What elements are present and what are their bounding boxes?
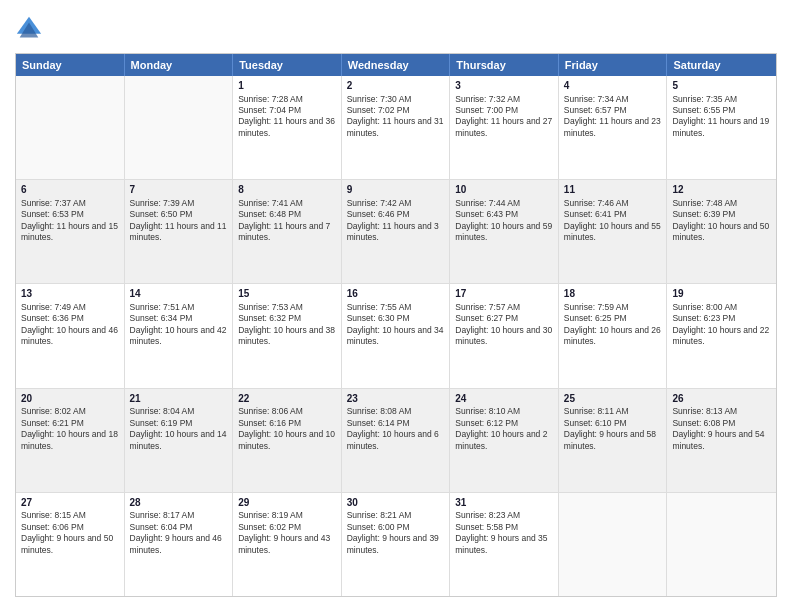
sunset-text: Sunset: 6:21 PM (21, 418, 84, 428)
sunset-text: Sunset: 6:14 PM (347, 418, 410, 428)
daylight-text: Daylight: 9 hours and 46 minutes. (130, 533, 222, 554)
sunset-text: Sunset: 6:08 PM (672, 418, 735, 428)
sunset-text: Sunset: 6:48 PM (238, 209, 301, 219)
day-number: 16 (347, 287, 445, 301)
sunset-text: Sunset: 7:00 PM (455, 105, 518, 115)
calendar-cell: 30Sunrise: 8:21 AMSunset: 6:00 PMDayligh… (342, 493, 451, 596)
sunrise-text: Sunrise: 7:37 AM (21, 198, 86, 208)
header-day-saturday: Saturday (667, 54, 776, 76)
week-row-2: 6Sunrise: 7:37 AMSunset: 6:53 PMDaylight… (16, 180, 776, 284)
calendar-cell: 18Sunrise: 7:59 AMSunset: 6:25 PMDayligh… (559, 284, 668, 387)
day-number: 17 (455, 287, 553, 301)
sunset-text: Sunset: 6:43 PM (455, 209, 518, 219)
sunrise-text: Sunrise: 7:35 AM (672, 94, 737, 104)
day-number: 21 (130, 392, 228, 406)
calendar-cell: 4Sunrise: 7:34 AMSunset: 6:57 PMDaylight… (559, 76, 668, 179)
week-row-5: 27Sunrise: 8:15 AMSunset: 6:06 PMDayligh… (16, 493, 776, 596)
day-number: 19 (672, 287, 771, 301)
sunrise-text: Sunrise: 8:17 AM (130, 510, 195, 520)
sunrise-text: Sunrise: 7:48 AM (672, 198, 737, 208)
daylight-text: Daylight: 10 hours and 46 minutes. (21, 325, 118, 346)
sunset-text: Sunset: 5:58 PM (455, 522, 518, 532)
sunrise-text: Sunrise: 8:00 AM (672, 302, 737, 312)
sunrise-text: Sunrise: 7:28 AM (238, 94, 303, 104)
day-number: 30 (347, 496, 445, 510)
day-number: 22 (238, 392, 336, 406)
calendar-body: 1Sunrise: 7:28 AMSunset: 7:04 PMDaylight… (16, 76, 776, 596)
week-row-3: 13Sunrise: 7:49 AMSunset: 6:36 PMDayligh… (16, 284, 776, 388)
sunrise-text: Sunrise: 7:51 AM (130, 302, 195, 312)
calendar-cell: 2Sunrise: 7:30 AMSunset: 7:02 PMDaylight… (342, 76, 451, 179)
sunset-text: Sunset: 7:04 PM (238, 105, 301, 115)
daylight-text: Daylight: 11 hours and 31 minutes. (347, 116, 444, 137)
day-number: 18 (564, 287, 662, 301)
calendar-cell: 24Sunrise: 8:10 AMSunset: 6:12 PMDayligh… (450, 389, 559, 492)
week-row-4: 20Sunrise: 8:02 AMSunset: 6:21 PMDayligh… (16, 389, 776, 493)
sunset-text: Sunset: 6:41 PM (564, 209, 627, 219)
sunrise-text: Sunrise: 8:19 AM (238, 510, 303, 520)
sunset-text: Sunset: 6:46 PM (347, 209, 410, 219)
day-number: 27 (21, 496, 119, 510)
daylight-text: Daylight: 11 hours and 23 minutes. (564, 116, 661, 137)
calendar-cell (667, 493, 776, 596)
calendar-cell: 1Sunrise: 7:28 AMSunset: 7:04 PMDaylight… (233, 76, 342, 179)
calendar-cell: 12Sunrise: 7:48 AMSunset: 6:39 PMDayligh… (667, 180, 776, 283)
day-number: 10 (455, 183, 553, 197)
day-number: 2 (347, 79, 445, 93)
logo-icon (15, 15, 43, 43)
day-number: 29 (238, 496, 336, 510)
calendar-cell: 31Sunrise: 8:23 AMSunset: 5:58 PMDayligh… (450, 493, 559, 596)
day-number: 9 (347, 183, 445, 197)
daylight-text: Daylight: 10 hours and 42 minutes. (130, 325, 227, 346)
daylight-text: Daylight: 10 hours and 22 minutes. (672, 325, 769, 346)
calendar-cell (16, 76, 125, 179)
sunrise-text: Sunrise: 7:59 AM (564, 302, 629, 312)
sunrise-text: Sunrise: 8:04 AM (130, 406, 195, 416)
header (15, 15, 777, 43)
sunrise-text: Sunrise: 7:39 AM (130, 198, 195, 208)
calendar-cell: 7Sunrise: 7:39 AMSunset: 6:50 PMDaylight… (125, 180, 234, 283)
daylight-text: Daylight: 10 hours and 59 minutes. (455, 221, 552, 242)
calendar-cell: 13Sunrise: 7:49 AMSunset: 6:36 PMDayligh… (16, 284, 125, 387)
sunrise-text: Sunrise: 7:49 AM (21, 302, 86, 312)
daylight-text: Daylight: 11 hours and 15 minutes. (21, 221, 118, 242)
sunset-text: Sunset: 6:23 PM (672, 313, 735, 323)
calendar-cell: 28Sunrise: 8:17 AMSunset: 6:04 PMDayligh… (125, 493, 234, 596)
calendar-cell: 6Sunrise: 7:37 AMSunset: 6:53 PMDaylight… (16, 180, 125, 283)
daylight-text: Daylight: 9 hours and 58 minutes. (564, 429, 656, 450)
day-number: 4 (564, 79, 662, 93)
calendar-cell: 21Sunrise: 8:04 AMSunset: 6:19 PMDayligh… (125, 389, 234, 492)
daylight-text: Daylight: 9 hours and 39 minutes. (347, 533, 439, 554)
calendar-cell: 29Sunrise: 8:19 AMSunset: 6:02 PMDayligh… (233, 493, 342, 596)
daylight-text: Daylight: 10 hours and 14 minutes. (130, 429, 227, 450)
calendar-cell: 16Sunrise: 7:55 AMSunset: 6:30 PMDayligh… (342, 284, 451, 387)
sunrise-text: Sunrise: 8:06 AM (238, 406, 303, 416)
daylight-text: Daylight: 10 hours and 10 minutes. (238, 429, 335, 450)
day-number: 1 (238, 79, 336, 93)
sunset-text: Sunset: 6:27 PM (455, 313, 518, 323)
day-number: 25 (564, 392, 662, 406)
header-day-wednesday: Wednesday (342, 54, 451, 76)
calendar-cell (559, 493, 668, 596)
sunrise-text: Sunrise: 7:42 AM (347, 198, 412, 208)
sunset-text: Sunset: 6:16 PM (238, 418, 301, 428)
daylight-text: Daylight: 9 hours and 54 minutes. (672, 429, 764, 450)
daylight-text: Daylight: 9 hours and 43 minutes. (238, 533, 330, 554)
day-number: 3 (455, 79, 553, 93)
sunrise-text: Sunrise: 8:10 AM (455, 406, 520, 416)
header-day-monday: Monday (125, 54, 234, 76)
calendar-cell: 25Sunrise: 8:11 AMSunset: 6:10 PMDayligh… (559, 389, 668, 492)
sunrise-text: Sunrise: 8:15 AM (21, 510, 86, 520)
day-number: 5 (672, 79, 771, 93)
sunset-text: Sunset: 6:25 PM (564, 313, 627, 323)
sunrise-text: Sunrise: 7:44 AM (455, 198, 520, 208)
sunrise-text: Sunrise: 8:13 AM (672, 406, 737, 416)
daylight-text: Daylight: 11 hours and 11 minutes. (130, 221, 227, 242)
calendar-cell: 15Sunrise: 7:53 AMSunset: 6:32 PMDayligh… (233, 284, 342, 387)
daylight-text: Daylight: 10 hours and 34 minutes. (347, 325, 444, 346)
day-number: 26 (672, 392, 771, 406)
sunset-text: Sunset: 6:32 PM (238, 313, 301, 323)
sunrise-text: Sunrise: 7:34 AM (564, 94, 629, 104)
calendar-cell: 19Sunrise: 8:00 AMSunset: 6:23 PMDayligh… (667, 284, 776, 387)
sunset-text: Sunset: 6:39 PM (672, 209, 735, 219)
